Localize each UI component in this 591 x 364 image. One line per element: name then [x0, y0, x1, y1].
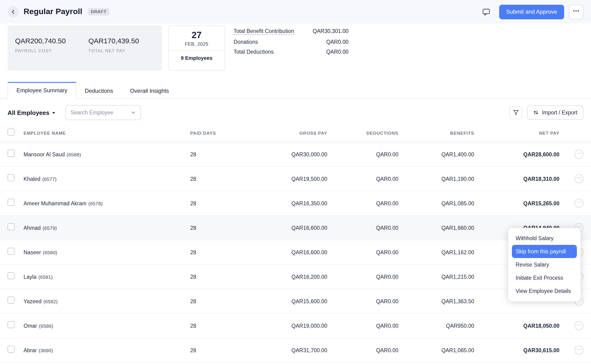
net-pay-cell: QAR15,265.00 — [474, 200, 559, 206]
benefits-cell: QAR950.00 — [398, 323, 474, 328]
search-placeholder: Search Employee — [71, 110, 113, 115]
select-all-checkbox[interactable] — [7, 129, 15, 136]
row-checkbox[interactable] — [7, 150, 15, 157]
deductions-cell: QAR0.00 — [327, 298, 398, 304]
total-net-pay-label: TOTAL NET PAY — [88, 48, 139, 53]
employee-name: Mansoor Al Saud — [24, 151, 65, 157]
payroll-cost-value: QAR200,740.50 — [15, 37, 66, 45]
row-more-icon[interactable]: ⋯ — [575, 174, 584, 183]
employee-count: 9 Employees — [169, 50, 225, 65]
employee-id: (3690) — [39, 347, 53, 353]
employee-filter-dropdown[interactable]: All Employees — [7, 109, 55, 116]
row-checkbox[interactable] — [7, 199, 15, 206]
paid-days-cell: 28 — [190, 274, 219, 280]
row-more-icon[interactable]: ⋯ — [575, 199, 584, 208]
tab-bar: Employee Summary Deductions Overall Insi… — [0, 82, 591, 99]
payroll-page: Regular Payroll DRAFT Submit and Approve… — [0, 0, 591, 364]
table-row[interactable]: Layla (6581) 28 QAR16,200.00 QAR0.00 QAR… — [0, 265, 591, 289]
summary-stat-row: Total Deductions QAR0.00 — [234, 49, 349, 55]
tab-label: Employee Summary — [16, 87, 67, 94]
deductions-cell: QAR0.00 — [327, 200, 398, 206]
col-paid-days: PAID DAYS — [190, 130, 219, 136]
table-row[interactable]: Abrar (3690) 28 QAR31,700.00 QAR0.00 QAR… — [0, 338, 591, 363]
employee-id: (6580) — [43, 249, 57, 255]
filter-funnel-icon — [513, 109, 519, 116]
pay-date-card: 27 FEB, 2025 9 Employees — [168, 26, 225, 71]
gross-pay-cell: QAR16,600.00 — [219, 225, 327, 230]
stat-value: QAR30,301.00 — [313, 28, 349, 34]
employee-id: (6577) — [42, 176, 57, 182]
table-row[interactable]: Ameer Muhammad Akram (6578) 28 QAR16,350… — [0, 191, 591, 216]
row-checkbox[interactable] — [7, 321, 15, 328]
caret-down-icon — [52, 112, 55, 114]
table-row[interactable]: Khaled (6577) 28 QAR19,500.00 QAR0.00 QA… — [0, 167, 591, 191]
benefits-cell: QAR1,162.00 — [398, 249, 474, 255]
filter-button[interactable] — [509, 106, 522, 119]
row-checkbox[interactable] — [7, 174, 15, 181]
context-menu-item[interactable]: Initiate Exit Process — [512, 271, 577, 284]
row-checkbox[interactable] — [7, 297, 15, 304]
page-header: Regular Payroll DRAFT Submit and Approve… — [0, 0, 591, 24]
benefits-cell: QAR1,400.00 — [398, 151, 474, 157]
table-row[interactable]: Omar (6586) 28 QAR19,000.00 QAR0.00 QAR9… — [0, 314, 591, 338]
stat-value: QAR0.00 — [326, 49, 349, 55]
tab-label: Deductions — [85, 88, 113, 94]
context-menu-item[interactable]: View Employee Details — [512, 284, 577, 298]
employee-name: Naseer — [24, 249, 41, 255]
tab[interactable]: Overall Insights — [122, 83, 177, 99]
status-badge: DRAFT — [88, 8, 109, 16]
back-button[interactable] — [7, 6, 19, 17]
gross-pay-cell: QAR19,500.00 — [219, 176, 327, 182]
employee-id: (6579) — [43, 225, 57, 230]
row-checkbox[interactable] — [7, 248, 15, 255]
summary-stats: Total Benefit Contribution QAR30,301.00 … — [234, 26, 349, 71]
submit-approve-button[interactable]: Submit and Approve — [499, 5, 564, 19]
table-row[interactable]: Yazeed (6582) 28 QAR15,600.00 QAR0.00 QA… — [0, 289, 591, 314]
context-menu-item[interactable]: Withhold Salary — [512, 232, 577, 245]
tab[interactable]: Deductions — [76, 83, 122, 99]
deductions-cell: QAR0.00 — [327, 225, 398, 230]
context-menu-items: Withhold Salary Skip from this payroll R… — [512, 232, 577, 298]
comment-button[interactable] — [478, 5, 494, 19]
cost-card: QAR200,740.50 PAYROLL COST QAR170,439.50… — [7, 26, 162, 71]
col-benefits: BENEFITS — [398, 130, 474, 136]
row-checkbox[interactable] — [7, 346, 15, 353]
comment-icon — [482, 8, 490, 16]
row-checkbox[interactable] — [7, 223, 15, 230]
table-row[interactable]: Ahmad (6579) 28 QAR16,600.00 QAR0.00 QAR… — [0, 216, 591, 240]
net-pay-cell: QAR30,615.00 — [474, 347, 559, 353]
context-menu-item[interactable]: Skip from this payroll — [512, 245, 577, 258]
employee-name: Yazeed — [24, 298, 41, 304]
table-row[interactable]: Naseer (6580) 28 QAR16,600.00 QAR0.00 QA… — [0, 240, 591, 265]
page-title: Regular Payroll — [24, 7, 82, 16]
employee-search-select[interactable]: Search Employee — [65, 105, 141, 120]
row-more-icon[interactable]: ⋯ — [575, 321, 584, 330]
import-export-button[interactable]: Import / Export — [527, 105, 584, 120]
summary-stat-row: Total Benefit Contribution QAR30,301.00 — [234, 28, 349, 35]
more-options-button[interactable]: ••• — [569, 5, 584, 19]
row-checkbox[interactable] — [7, 272, 15, 279]
chevron-down-icon — [131, 110, 136, 115]
paid-days-cell: 28 — [190, 298, 219, 304]
row-more-icon[interactable]: ⋯ — [575, 150, 584, 159]
more-dots-icon: ••• — [573, 8, 580, 13]
pay-date-month-year: FEB, 2025 — [185, 41, 208, 47]
deductions-cell: QAR0.00 — [327, 176, 398, 182]
employee-filter-label: All Employees — [7, 109, 49, 116]
deductions-cell: QAR0.00 — [327, 151, 398, 157]
tab[interactable]: Employee Summary — [7, 82, 76, 99]
employee-id: (6582) — [43, 298, 58, 304]
stat-label: Total Deductions — [234, 49, 274, 55]
row-more-icon[interactable]: ⋯ — [575, 346, 584, 355]
table-row[interactable]: Mansoor Al Saud (6588) 28 QAR30,000.00 Q… — [0, 142, 591, 167]
stat-label: Total Benefit Contribution — [234, 28, 294, 35]
deductions-cell: QAR0.00 — [327, 274, 398, 280]
gross-pay-cell: QAR16,200.00 — [219, 274, 327, 280]
col-employee-name: EMPLOYEE NAME — [24, 130, 190, 136]
context-menu-item[interactable]: Revise Salary — [512, 258, 577, 271]
benefits-cell: QAR1,215.00 — [398, 274, 474, 280]
deductions-cell: QAR0.00 — [327, 347, 398, 353]
total-net-pay-value: QAR170,439.50 — [88, 37, 139, 45]
paid-days-cell: 28 — [190, 200, 219, 206]
employee-name: Abrar — [24, 347, 37, 353]
